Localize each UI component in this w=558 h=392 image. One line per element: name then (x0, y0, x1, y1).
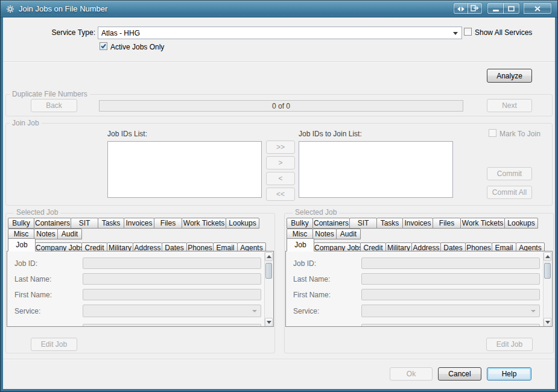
triangle-up-icon (545, 255, 550, 258)
tab-notes[interactable]: Notes (312, 229, 337, 239)
join-job-group-label: Join Job (10, 119, 42, 128)
tab-notes[interactable]: Notes (34, 229, 58, 239)
active-jobs-only-checkbox[interactable] (100, 42, 107, 50)
service-type-value: Atlas - HHG (98, 27, 461, 37)
chevron-down-icon (252, 310, 257, 312)
vertical-scrollbar[interactable] (543, 252, 551, 327)
tab-bulky[interactable]: Bulky (8, 218, 34, 229)
last-name-field (361, 273, 540, 285)
tab-files[interactable]: Files (433, 218, 461, 229)
detach-window-button[interactable] (468, 3, 482, 14)
duplicate-file-numbers-group-label: Duplicate File Numbers (10, 90, 90, 99)
ok-button: Ok (390, 367, 433, 381)
gear-icon (5, 4, 15, 14)
move-all-right-button: >> (266, 141, 295, 154)
tab-containers[interactable]: Containers (34, 218, 71, 229)
selected-job-panel-right: Selected Job BulkyContainersSITTasksInvo… (284, 213, 554, 353)
job-id-field (83, 258, 261, 269)
chevron-down-icon (453, 32, 458, 35)
service-type-combobox[interactable]: Atlas - HHG (98, 27, 462, 39)
move-left-button: < (266, 172, 295, 185)
job-ids-list-label: Job IDs List: (107, 130, 147, 138)
job-id-label: Job ID: (14, 259, 37, 268)
active-jobs-only-label: Active Jobs Only (110, 43, 164, 51)
horizontal-arrows-icon (457, 3, 464, 14)
tab-sit[interactable]: SIT (71, 218, 98, 229)
tab-tasks[interactable]: Tasks (98, 218, 124, 229)
partial-field (83, 324, 261, 327)
minimize-button[interactable] (487, 3, 504, 14)
duplicate-counter: 0 of 0 (99, 100, 463, 112)
minimize-icon (493, 3, 499, 14)
commit-all-button: Commit All (487, 186, 532, 199)
maximize-button[interactable] (503, 3, 519, 14)
tab-invoices[interactable]: Invoices (402, 218, 433, 229)
tab-files[interactable]: Files (154, 218, 182, 229)
tab-lookups[interactable]: Lookups (226, 218, 259, 229)
tab-work-tickets[interactable]: Work Tickets (182, 218, 226, 229)
scroll-down-button[interactable] (544, 318, 551, 327)
job-tab-page: Job ID: Last Name: First Name: Service: (285, 251, 553, 327)
move-right-button: > (266, 156, 295, 169)
scroll-down-button[interactable] (265, 318, 273, 327)
tab-sit[interactable]: SIT (349, 218, 377, 229)
last-name-label: Last Name: (14, 275, 51, 283)
dialog-window: Join Jobs on File Number (0, 0, 558, 392)
close-icon (534, 3, 541, 14)
tab-row-1: BulkyContainersSITTasksInvoicesFilesWork… (287, 218, 537, 229)
checkmark-icon (100, 43, 107, 49)
partial-field (361, 324, 540, 327)
job-ids-listbox[interactable] (107, 141, 262, 198)
triangle-up-icon (267, 255, 271, 258)
last-name-field (83, 273, 261, 285)
service-label: Service: (293, 307, 319, 315)
edit-job-button-left: Edit Job (31, 338, 77, 351)
job-ids-to-join-listbox[interactable] (299, 141, 453, 198)
job-id-label: Job ID: (293, 259, 316, 268)
tab-job[interactable]: Job (287, 238, 314, 251)
selected-job-group-label: Selected Job (293, 208, 339, 217)
show-all-services-checkbox[interactable] (464, 28, 472, 36)
tab-audit[interactable]: Audit (336, 229, 361, 239)
tab-job[interactable]: Job (8, 238, 36, 251)
next-button: Next (487, 99, 532, 112)
tab-lookups[interactable]: Lookups (504, 218, 538, 229)
titlebar[interactable]: Join Jobs on File Number (1, 1, 557, 17)
vertical-scrollbar[interactable] (264, 252, 273, 327)
help-button[interactable]: Help (487, 367, 531, 381)
service-type-label: Service Type: (14, 28, 95, 37)
mark-to-join-label: Mark To Join (499, 130, 541, 138)
tab-tasks[interactable]: Tasks (376, 218, 403, 229)
job-tab-page: Job ID: Last Name: First Name: Service: (7, 251, 274, 327)
separator (3, 359, 555, 360)
service-dropdown (361, 305, 540, 317)
scroll-up-button[interactable] (544, 252, 551, 261)
tab-bulky[interactable]: Bulky (287, 218, 313, 229)
window-title: Join Jobs on File Number (19, 4, 107, 13)
close-button[interactable] (524, 3, 551, 14)
job-id-field (361, 258, 540, 269)
service-dropdown (83, 305, 261, 317)
maximize-icon (508, 3, 515, 14)
scroll-up-button[interactable] (265, 252, 273, 261)
first-name-field (361, 289, 540, 300)
commit-button: Commit (487, 167, 532, 180)
tab-invoices[interactable]: Invoices (124, 218, 154, 229)
scrollbar-thumb[interactable] (265, 263, 272, 279)
first-name-label: First Name: (14, 291, 52, 299)
first-name-label: First Name: (293, 291, 331, 299)
job-ids-to-join-list-label: Job IDs to Join List: (299, 130, 362, 138)
tab-work-tickets[interactable]: Work Tickets (460, 218, 505, 229)
horizontal-arrows-button[interactable] (454, 3, 468, 14)
selected-job-group-label: Selected Job (14, 208, 60, 217)
analyze-button[interactable]: Analyze (487, 69, 532, 83)
tab-audit[interactable]: Audit (57, 229, 82, 239)
cancel-button[interactable]: Cancel (438, 367, 481, 381)
triangle-down-icon (545, 321, 550, 324)
scrollbar-thumb[interactable] (544, 263, 551, 279)
first-name-field (83, 289, 261, 300)
detach-window-icon (471, 3, 479, 14)
selected-job-panel-left: Selected Job BulkyContainersSITTasksInvo… (5, 213, 275, 353)
tab-row-1: BulkyContainersSITTasksInvoicesFilesWork… (8, 218, 259, 229)
tab-containers[interactable]: Containers (312, 218, 350, 229)
